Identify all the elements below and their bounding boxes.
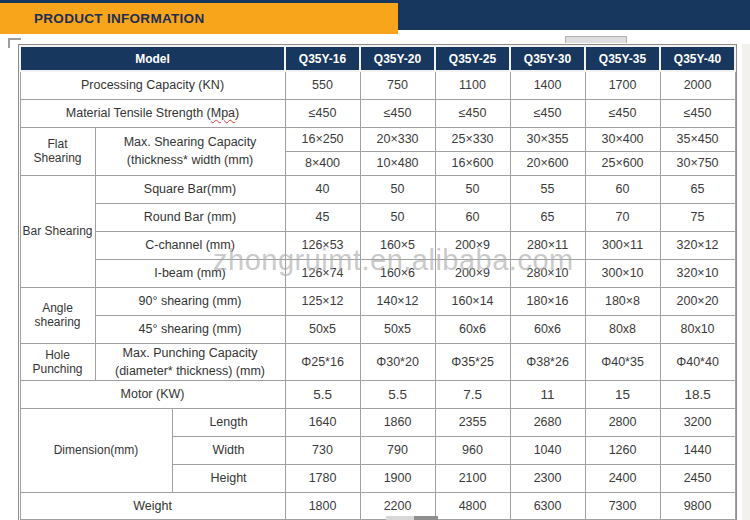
value-cell: 2300 bbox=[510, 464, 585, 492]
row-flat-1: Flat Shearing Max. Shearing Capacity (th… bbox=[20, 127, 735, 151]
group-cell: Flat Shearing bbox=[20, 127, 95, 175]
column-marker-artifact bbox=[565, 36, 627, 43]
value-cell: 2355 bbox=[435, 408, 510, 436]
value-cell: 200×9 bbox=[435, 259, 510, 287]
value-cell: 30×750 bbox=[660, 151, 735, 175]
model-column-header: Q35Y-40 bbox=[660, 46, 735, 71]
value-cell: 160×5 bbox=[360, 231, 435, 259]
label-cell: Processing Capacity (KN) bbox=[20, 71, 285, 99]
value-cell: ≤450 bbox=[435, 99, 510, 127]
value-cell: 320×10 bbox=[660, 259, 735, 287]
row-i-beam: I-beam (mm) 126×74 160×6 200×9 280×10 30… bbox=[20, 259, 735, 287]
group-cell: Bar Shearing bbox=[20, 175, 95, 287]
row-weight: Weight 1800 2200 4800 6300 7300 9800 bbox=[20, 492, 735, 519]
value-cell: 45 bbox=[285, 203, 360, 231]
value-cell: 60 bbox=[585, 175, 660, 203]
spec-table-frame: Model Q35Y-16 Q35Y-20 Q35Y-25 Q35Y-30 Q3… bbox=[18, 44, 737, 520]
value-cell: 126×74 bbox=[285, 259, 360, 287]
value-cell: 180×8 bbox=[585, 287, 660, 315]
model-header-cell: Model bbox=[20, 46, 285, 71]
label-cell: Width bbox=[172, 436, 285, 464]
value-cell: 200×20 bbox=[660, 287, 735, 315]
value-cell: 50x5 bbox=[285, 315, 360, 343]
value-cell: 6300 bbox=[510, 492, 585, 519]
group-cell: Angle shearing bbox=[20, 287, 95, 343]
row-c-channel: C-channel (mm) 126×53 160×5 200×9 280×11… bbox=[20, 231, 735, 259]
value-cell: 1260 bbox=[585, 436, 660, 464]
value-cell: ≤450 bbox=[360, 99, 435, 127]
value-cell: 1780 bbox=[285, 464, 360, 492]
label-cell: Max. Shearing Capacity (thickness* width… bbox=[95, 127, 285, 175]
value-cell: 25×330 bbox=[435, 127, 510, 151]
label-cell: Material Tensile Strength (Mpa) bbox=[20, 99, 285, 127]
value-cell: Φ35*25 bbox=[435, 343, 510, 380]
value-cell: 2450 bbox=[660, 464, 735, 492]
row-hole-punching: Hole Punching Max. Punching Capacity (di… bbox=[20, 343, 735, 380]
group-cell: Hole Punching bbox=[20, 343, 95, 380]
value-cell: 55 bbox=[510, 175, 585, 203]
value-cell: Φ40*40 bbox=[660, 343, 735, 380]
row-header: Model Q35Y-16 Q35Y-20 Q35Y-25 Q35Y-30 Q3… bbox=[20, 46, 735, 71]
model-column-header: Q35Y-20 bbox=[360, 46, 435, 71]
label-cell: Round Bar (mm) bbox=[95, 203, 285, 231]
value-cell: 1100 bbox=[435, 71, 510, 99]
value-cell: ≤450 bbox=[510, 99, 585, 127]
value-cell: 160×6 bbox=[360, 259, 435, 287]
value-cell: 1400 bbox=[510, 71, 585, 99]
value-cell: 300×10 bbox=[585, 259, 660, 287]
value-cell: 60 bbox=[435, 203, 510, 231]
scrollbar-thumb-fragment[interactable] bbox=[414, 516, 438, 520]
value-cell: 1800 bbox=[285, 492, 360, 519]
value-cell: 2800 bbox=[585, 408, 660, 436]
value-cell: 50 bbox=[435, 175, 510, 203]
value-cell: 960 bbox=[435, 436, 510, 464]
model-column-header: Q35Y-16 bbox=[285, 46, 360, 71]
model-column-header: Q35Y-30 bbox=[510, 46, 585, 71]
value-cell: 60x6 bbox=[510, 315, 585, 343]
value-cell: 200×9 bbox=[435, 231, 510, 259]
value-cell: 2400 bbox=[585, 464, 660, 492]
value-cell: 75 bbox=[660, 203, 735, 231]
product-spec-table: Model Q35Y-16 Q35Y-20 Q35Y-25 Q35Y-30 Q3… bbox=[19, 45, 736, 520]
value-cell: 280×10 bbox=[510, 259, 585, 287]
group-cell: Dimension(mm) bbox=[20, 408, 172, 492]
page-edge-strip bbox=[742, 44, 750, 520]
value-cell: 70 bbox=[585, 203, 660, 231]
misspelled-word: Mpa bbox=[211, 106, 235, 120]
value-cell: 60x6 bbox=[435, 315, 510, 343]
value-cell: 3200 bbox=[660, 408, 735, 436]
value-cell: 5.5 bbox=[285, 380, 360, 408]
value-cell: 9800 bbox=[660, 492, 735, 519]
value-cell: Φ30*20 bbox=[360, 343, 435, 380]
row-90-shearing: Angle shearing 90° shearing (mm) 125×12 … bbox=[20, 287, 735, 315]
value-cell: 2100 bbox=[435, 464, 510, 492]
value-cell: 1440 bbox=[660, 436, 735, 464]
page: PRODUCT INFORMATION Model Q35Y-16 Q35Y-2… bbox=[0, 0, 750, 520]
model-column-header: Q35Y-35 bbox=[585, 46, 660, 71]
value-cell: 280×11 bbox=[510, 231, 585, 259]
value-cell: 16×600 bbox=[435, 151, 510, 175]
value-cell: 1040 bbox=[510, 436, 585, 464]
value-cell: 80x10 bbox=[660, 315, 735, 343]
value-cell: 5.5 bbox=[360, 380, 435, 408]
label-text: ) bbox=[235, 106, 239, 120]
row-square-bar: Bar Shearing Square Bar(mm) 40 50 50 55 … bbox=[20, 175, 735, 203]
value-cell: 30×355 bbox=[510, 127, 585, 151]
row-tensile: Material Tensile Strength (Mpa) ≤450 ≤45… bbox=[20, 99, 735, 127]
value-cell: 80x8 bbox=[585, 315, 660, 343]
value-cell: 7.5 bbox=[435, 380, 510, 408]
value-cell: 1900 bbox=[360, 464, 435, 492]
label-cell: Weight bbox=[20, 492, 285, 519]
value-cell: 50x5 bbox=[360, 315, 435, 343]
scrollbar-track-fragment[interactable] bbox=[386, 516, 414, 520]
model-column-header: Q35Y-25 bbox=[435, 46, 510, 71]
value-cell: 2000 bbox=[660, 71, 735, 99]
value-cell: 125×12 bbox=[285, 287, 360, 315]
value-cell: 1700 bbox=[585, 71, 660, 99]
row-45-shearing: 45° shearing (mm) 50x5 50x5 60x6 60x6 80… bbox=[20, 315, 735, 343]
label-cell: 90° shearing (mm) bbox=[95, 287, 285, 315]
value-cell: 1640 bbox=[285, 408, 360, 436]
product-information-banner: PRODUCT INFORMATION bbox=[0, 3, 398, 34]
label-text: Material Tensile Strength ( bbox=[66, 106, 211, 120]
label-line: (thickness* width (mm) bbox=[98, 151, 283, 169]
